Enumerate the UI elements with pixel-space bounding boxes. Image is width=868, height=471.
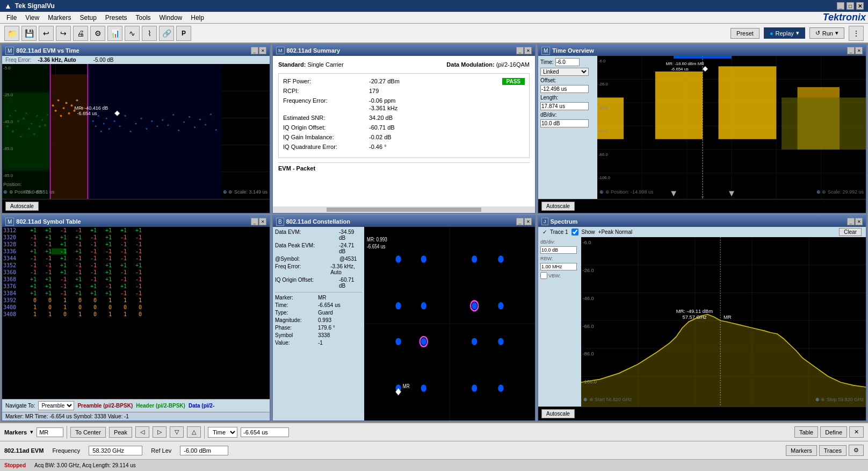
spec-rbw-lbl: RBW:	[540, 256, 553, 261]
analysis-button[interactable]: 📊	[107, 26, 122, 41]
menu-setup[interactable]: Setup	[75, 13, 100, 23]
spectrum-header: J Spectrum _ ✕	[538, 216, 866, 227]
menu-window[interactable]: Window	[155, 13, 187, 23]
marker-time-input[interactable]	[241, 427, 289, 437]
linked-select[interactable]: Linked	[540, 68, 589, 76]
close-button[interactable]: ✕	[856, 2, 864, 10]
freq-input[interactable]	[89, 446, 142, 455]
sym-minimize-btn[interactable]: _	[251, 218, 258, 225]
marker-time-select[interactable]: Time	[208, 427, 237, 438]
svg-point-38	[76, 99, 78, 102]
svg-point-62	[189, 116, 190, 118]
const-header: B 802.11ad Constellation _ ✕	[273, 216, 535, 227]
run-button[interactable]: ↺ Run ▾	[809, 27, 844, 39]
markers-btn[interactable]: Markers	[786, 445, 817, 456]
freq-err-khz-row: -3.361 kHz	[283, 105, 525, 111]
preamble-nav-btn[interactable]: Preamble (pi/2-BPSK)	[77, 403, 133, 409]
svg-point-65	[205, 124, 206, 126]
sym-row-3392: 3392 0 0 1 0 0 1 1 1	[2, 297, 270, 304]
s-y3: -46.0	[582, 296, 594, 301]
summary-minimize-btn[interactable]: _	[516, 47, 524, 54]
offset-input[interactable]	[540, 85, 589, 93]
menu-file[interactable]: File	[2, 13, 21, 23]
svg-point-66	[210, 113, 212, 115]
length-input[interactable]	[540, 102, 589, 110]
replay-dropdown-icon[interactable]: ▾	[796, 30, 799, 37]
evm-close-btn[interactable]: ✕	[259, 47, 266, 54]
toolbar-right: Preset ● Replay ▾ ↺ Run ▾ ⋮	[730, 26, 864, 41]
time-minimize-btn[interactable]: _	[847, 47, 855, 54]
settings-button[interactable]: ⚙	[90, 26, 105, 41]
clear-button[interactable]: Clear	[839, 228, 862, 236]
menu-presets[interactable]: Presets	[101, 13, 132, 23]
nav-left-button[interactable]: ◁	[135, 426, 149, 438]
nav-up-button[interactable]: △	[187, 426, 201, 438]
summary-close-btn[interactable]: ✕	[524, 47, 532, 54]
standard-val: Single Carrier	[307, 61, 343, 68]
marker-val: MR	[318, 295, 327, 301]
time-input[interactable]	[555, 58, 580, 66]
save-button[interactable]: 💾	[21, 26, 37, 41]
time-close-btn[interactable]: ✕	[855, 47, 863, 54]
undo-button[interactable]: ↩	[39, 26, 54, 41]
marker-mr-input[interactable]	[37, 427, 63, 437]
preset-icon-button[interactable]: P	[176, 26, 191, 41]
sym-close-btn[interactable]: ✕	[259, 218, 266, 225]
const-value-val: -1	[318, 340, 323, 346]
const-minimize-btn[interactable]: _	[516, 218, 524, 225]
navigate-to-select[interactable]: Preamble	[38, 401, 74, 410]
maximize-button[interactable]: □	[847, 2, 854, 10]
type-lbl: Type:	[275, 310, 318, 316]
preset-button[interactable]: Preset	[730, 28, 760, 39]
menu-markers[interactable]: Markers	[44, 13, 75, 23]
spec-minimize-btn[interactable]: _	[847, 218, 855, 225]
freq-err-label: Frequency Error:	[283, 97, 369, 104]
marker-x-button[interactable]: ✕	[849, 426, 864, 438]
link-button[interactable]: 🔗	[159, 26, 174, 41]
to-center-button[interactable]: To Center	[70, 427, 106, 438]
dbdiv-input[interactable]	[540, 119, 589, 127]
evm-autoscale-button[interactable]: Autoscale	[5, 202, 39, 211]
menu-tools[interactable]: Tools	[132, 13, 155, 23]
svg-point-105	[472, 384, 477, 391]
spec-stop-text: ⊕ Stop 59.820 GHz	[821, 397, 864, 402]
const-time-val: -6.654 us	[318, 302, 341, 308]
spec-rbw-input[interactable]	[540, 263, 577, 270]
reflev-input[interactable]	[180, 446, 228, 455]
markers-dropdown-arrow[interactable]: ▾	[30, 429, 33, 436]
sym-3320-6: +1	[97, 234, 112, 240]
summary-scrollbar-thumb[interactable]	[327, 208, 481, 212]
menu-help[interactable]: Help	[186, 13, 208, 23]
trace-show-checkbox[interactable]	[572, 229, 578, 236]
spec-vbw-checkbox[interactable]	[540, 272, 547, 279]
nav-down-button[interactable]: ▽	[170, 426, 184, 438]
waveform-button[interactable]: ∿	[125, 26, 140, 41]
const-close-btn[interactable]: ✕	[524, 218, 532, 225]
menu-view[interactable]: View	[21, 13, 44, 23]
signal-button[interactable]: ⌇	[142, 26, 157, 41]
traces-button[interactable]: Traces	[819, 445, 847, 456]
time-autoscale-button[interactable]: Autoscale	[541, 202, 575, 211]
spec-autoscale-button[interactable]: Autoscale	[541, 409, 575, 418]
run-dropdown-icon[interactable]: ▾	[835, 30, 838, 37]
more-button[interactable]: ⋮	[849, 26, 864, 41]
replay-button[interactable]: ● Replay ▾	[764, 27, 805, 39]
const-iq-val: -60.71 dB	[339, 277, 362, 289]
table-button[interactable]: Table	[794, 426, 818, 438]
freq-err-spacer	[283, 105, 369, 111]
nav-right-button[interactable]: ▷	[153, 426, 167, 438]
spec-dbdiv-input[interactable]	[540, 246, 577, 254]
data-nav-btn[interactable]: Data (pi/2-	[189, 403, 214, 409]
peak-button[interactable]: Peak	[109, 427, 132, 438]
spec-close-btn[interactable]: ✕	[855, 218, 863, 225]
minimize-button[interactable]: _	[837, 2, 844, 10]
svg-point-97	[472, 302, 477, 309]
header-nav-btn[interactable]: Header (pi/2-BPSK)	[136, 403, 185, 409]
gear-button[interactable]: ⚙	[849, 445, 864, 456]
define-button[interactable]: Define	[820, 426, 847, 438]
print-button[interactable]: 🖨	[73, 26, 88, 41]
open-button[interactable]: 📁	[4, 26, 19, 41]
redo-button[interactable]: ↪	[56, 26, 71, 41]
summary-scrollbar[interactable]	[273, 206, 535, 213]
evm-minimize-btn[interactable]: _	[251, 47, 258, 54]
